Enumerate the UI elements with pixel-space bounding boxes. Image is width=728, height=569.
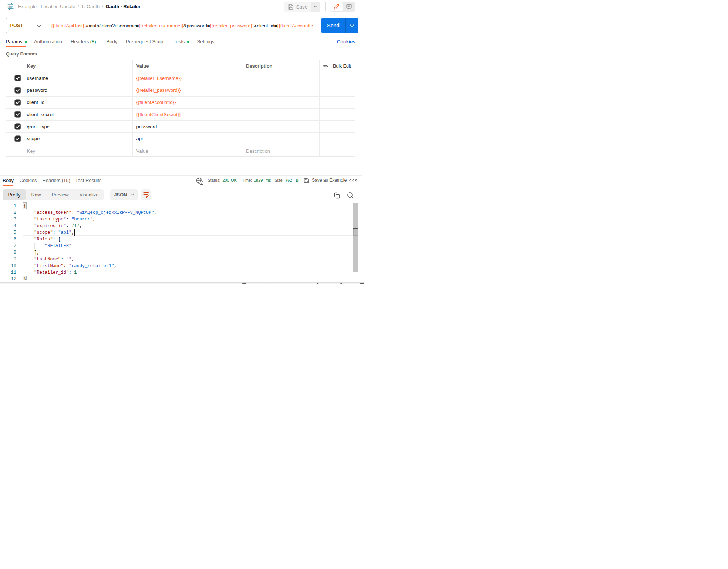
svg-text:HTTP: HTTP bbox=[7, 5, 12, 8]
